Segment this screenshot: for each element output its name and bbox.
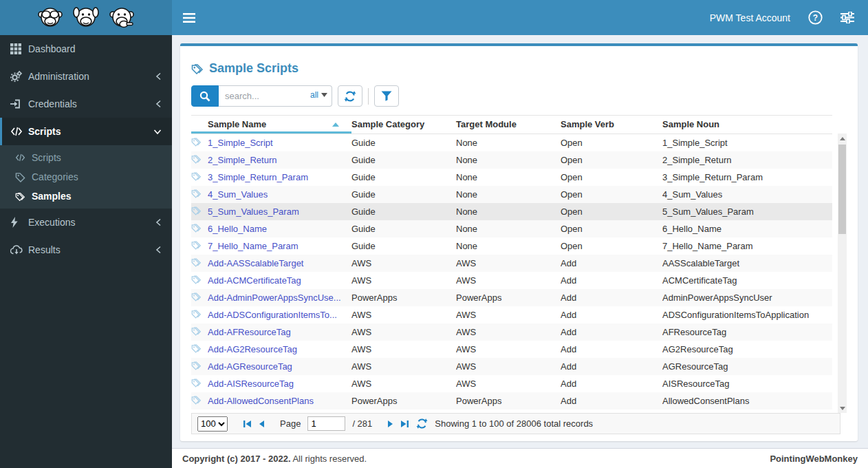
target-module-cell: None [456,169,561,186]
tags-icon [191,395,202,405]
sample-verb-cell: Add [561,289,662,306]
table-row[interactable]: Add-AASScalableTargetAWSAWSAddAASScalabl… [191,255,832,272]
sample-noun-cell: 6_Hello_Name [662,220,832,237]
search-scope-dropdown[interactable]: all [310,90,327,100]
chevron-left-icon [155,72,162,81]
next-page-button[interactable] [387,420,393,428]
sample-name-link[interactable]: 4_Sum_Values [208,189,268,200]
page-size-select[interactable]: 100 [197,416,228,432]
table-row[interactable]: Add-AISResourceTagAWSAWSAddAISResourceTa… [191,375,832,392]
column-header-sample-category[interactable]: Sample Category [351,116,456,134]
tags-icon [191,361,202,370]
sample-noun-cell: 5_Sum_Values_Param [662,203,832,220]
sidebar-toggle-button[interactable] [172,0,206,35]
search-button[interactable] [191,85,219,107]
tags-icon [191,378,202,387]
sample-name-link[interactable]: Add-AFResourceTag [208,327,291,337]
current-page-input[interactable] [307,416,345,431]
sidebar-item-administration[interactable]: Administration [0,63,172,90]
sidebar-subitem-label: Samples [32,191,72,202]
scroll-up-button[interactable] [838,134,847,143]
sample-name-link[interactable]: 1_Simple_Script [208,138,273,148]
table-row[interactable]: 5_Sum_Values_ParamGuideNoneOpen5_Sum_Val… [191,203,832,220]
sample-name-link[interactable]: Add-AG2ResourceTag [208,344,297,354]
refresh-button[interactable] [338,85,362,107]
sample-category-cell: AWS [351,358,456,375]
sample-noun-cell: 3_Simple_Return_Param [662,169,832,186]
table-row[interactable]: 2_Simple_ReturnGuideNoneOpen2_Simple_Ret… [191,151,832,169]
question-circle-icon: ? [808,10,823,25]
sample-name-link[interactable]: Add-AISResourceTag [208,379,294,389]
sample-category-cell: AWS [351,375,456,392]
sample-name-link[interactable]: 6_Hello_Name [208,224,267,234]
icon-column-header [191,116,208,134]
sample-name-link[interactable]: Add-AllowedConsentPlans [208,396,314,406]
table-row[interactable]: Add-ACMCertificateTagAWSAWSAddACMCertifi… [191,272,832,289]
first-page-button[interactable] [243,420,252,428]
table-row[interactable]: Add-AFResourceTagAWSAWSAddAFResourceTag [191,323,832,341]
column-header-sample-verb[interactable]: Sample Verb [561,116,662,134]
sample-name-link[interactable]: Add-AGResourceTag [208,361,292,372]
sidebar-item-results[interactable]: Results [0,236,172,264]
previous-page-button[interactable] [259,420,265,428]
filter-button[interactable] [374,85,399,107]
sidebar-item-credentials[interactable]: Credentials [0,90,172,118]
code-icon [15,153,32,162]
sample-name-link[interactable]: 7_Hello_Name_Param [208,241,299,251]
sidebar-item-label: Administration [28,71,155,82]
table-row[interactable]: Add-ALXBContactToAddressBookAWSAWSAddALX… [191,410,832,413]
sidebar-subitem-samples[interactable]: Samples [0,187,172,206]
scroll-down-button[interactable] [838,403,847,413]
sample-name-link[interactable]: Add-AASScalableTarget [208,258,303,268]
sidebar-item-dashboard[interactable]: Dashboard [0,35,172,63]
tags-icon [191,412,202,413]
vertical-scrollbar[interactable] [838,134,847,413]
table-row[interactable]: Add-AllowedConsentPlansPowerAppsPowerApp… [191,392,832,410]
sample-name-link[interactable]: 5_Sum_Values_Param [208,206,299,217]
chevron-left-icon [155,100,162,108]
table-row[interactable]: 1_Simple_ScriptGuideNoneOpen1_Simple_Scr… [191,134,832,152]
sample-name-link[interactable]: Add-ADSConfigurationItemsTo... [208,310,337,320]
table-row[interactable]: 7_Hello_Name_ParamGuideNoneOpen7_Hello_N… [191,237,832,255]
table-body: 1_Simple_ScriptGuideNoneOpen1_Simple_Scr… [191,134,832,414]
target-module-cell: AWS [456,272,561,289]
table-row[interactable]: Add-AGResourceTagAWSAWSAddAGResourceTag [191,358,832,375]
sample-verb-cell: Open [561,203,662,220]
sample-name-link[interactable]: 3_Simple_Return_Param [208,172,308,182]
target-module-cell: None [456,151,561,169]
table-row[interactable]: 4_Sum_ValuesGuideNoneOpen4_Sum_Values [191,186,832,203]
table-row[interactable]: Add-ADSConfigurationItemsTo...AWSAWSAddA… [191,306,832,323]
pager-refresh-button[interactable] [416,418,428,429]
sample-verb-cell: Add [561,375,662,392]
column-header-target-module[interactable]: Target Module [456,116,561,134]
brand-name: PointingWebMonkey [770,454,858,464]
sidebar-item-scripts[interactable]: Scripts [0,118,172,145]
last-page-button[interactable] [400,420,409,428]
sample-name-link[interactable]: Add-ACMCertificateTag [208,275,301,286]
sidebar-subitem-categories[interactable]: Categories [0,167,172,187]
table-row[interactable]: 3_Simple_Return_ParamGuideNoneOpen3_Simp… [191,169,832,186]
account-name[interactable]: PWM Test Account [710,12,790,23]
scrollbar-thumb[interactable] [838,145,846,234]
table-row[interactable]: Add-AG2ResourceTagAWSAWSAddAG2ResourceTa… [191,341,832,358]
help-button[interactable]: ? [808,10,823,25]
bolt-icon [10,217,28,228]
sample-category-cell: AWS [351,255,456,272]
tags-icon [191,63,204,74]
column-header-sample-name[interactable]: Sample Name [208,116,351,134]
sidebar-item-executions[interactable]: Executions [0,209,172,236]
rights-text: All rights reserved. [291,454,367,464]
record-count-status: Showing 1 to 100 of 28006 total records [435,418,593,429]
table-row[interactable]: Add-AdminPowerAppsSyncUse...PowerAppsPow… [191,289,832,306]
sample-name-link[interactable]: Add-AdminPowerAppsSyncUse... [208,292,341,303]
table-header-row: Sample Name Sample Category Target Modul… [191,116,832,134]
sidebar-item-label: Credentials [28,98,155,109]
target-module-cell: AWS [456,306,561,323]
app-logo[interactable] [0,0,172,35]
table-row[interactable]: 6_Hello_NameGuideNoneOpen6_Hello_Name [191,220,832,237]
sidebar-subitem-scripts[interactable]: Scripts [0,148,172,167]
settings-button[interactable] [840,12,854,23]
column-header-sample-noun[interactable]: Sample Noun [662,116,832,134]
sample-name-link[interactable]: 2_Simple_Return [208,155,276,165]
target-module-cell: None [456,237,561,255]
